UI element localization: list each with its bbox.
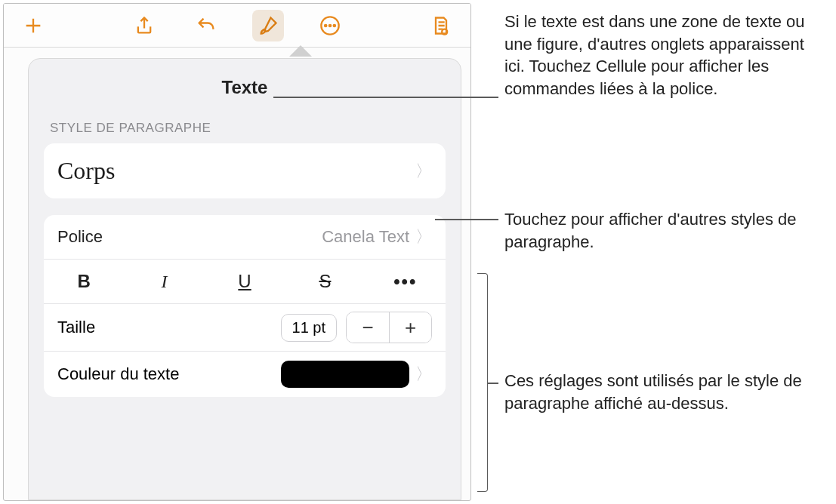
size-value[interactable]: 11 pt (281, 314, 337, 342)
bold-button[interactable]: B (44, 260, 124, 303)
format-button[interactable] (252, 10, 284, 41)
toolbar (4, 4, 470, 48)
text-style-row: B I U S ••• (44, 259, 446, 303)
annotation-settings: Ces réglages sont utilisés par le style … (504, 370, 822, 414)
share-icon (134, 15, 155, 36)
toolbar-left (17, 10, 49, 41)
strikethrough-button[interactable]: S (285, 260, 365, 303)
toolbar-right (425, 10, 457, 41)
panel-title: Texte (44, 77, 446, 98)
callout-line (488, 383, 498, 384)
undo-icon (196, 15, 217, 36)
size-row: Taille 11 pt − + (44, 303, 446, 351)
annotation-styles: Touchez pour afficher d'autres styles de… (504, 208, 822, 253)
annotation-tabs: Si le texte est dans une zone de texte o… (504, 11, 822, 100)
popover-arrow (290, 46, 311, 57)
size-decrease-button[interactable]: − (347, 312, 389, 343)
callout-bracket (477, 273, 488, 492)
size-stepper: − + (346, 312, 432, 343)
share-button[interactable] (128, 10, 160, 41)
format-panel: Texte STYLE DE PARAGRAPHE Corps 〉 Police… (28, 58, 461, 500)
svg-point-3 (334, 24, 335, 26)
font-card: Police Canela Text 〉 B I U S ••• Taille … (44, 215, 446, 397)
font-row[interactable]: Police Canela Text 〉 (44, 215, 446, 259)
undo-button[interactable] (190, 10, 222, 41)
underline-button[interactable]: U (205, 260, 285, 303)
callout-line (435, 219, 498, 220)
plus-icon (23, 15, 44, 36)
text-color-label: Couleur du texte (57, 364, 179, 384)
paragraph-style-card: Corps 〉 (44, 143, 446, 198)
document-icon (430, 15, 452, 36)
app-frame: Texte STYLE DE PARAGRAPHE Corps 〉 Police… (3, 3, 471, 501)
section-label-style: STYLE DE PARAGRAPHE (50, 121, 446, 136)
chevron-right-icon: 〉 (415, 160, 432, 183)
callout-line (273, 97, 498, 98)
italic-button[interactable]: I (124, 260, 204, 303)
chevron-right-icon: 〉 (415, 363, 432, 386)
brush-icon (258, 15, 279, 36)
text-color-row[interactable]: Couleur du texte 〉 (44, 351, 446, 397)
font-label: Police (57, 227, 103, 247)
paragraph-style-row[interactable]: Corps 〉 (44, 143, 446, 198)
color-swatch (281, 361, 409, 388)
svg-point-1 (325, 24, 326, 26)
document-button[interactable] (425, 10, 457, 41)
toolbar-center (128, 10, 346, 41)
size-label: Taille (57, 318, 95, 337)
more-icon (319, 15, 341, 36)
add-button[interactable] (17, 10, 49, 41)
size-increase-button[interactable]: + (389, 312, 431, 343)
font-value: Canela Text (322, 227, 409, 247)
svg-point-2 (329, 24, 331, 26)
text-more-button[interactable]: ••• (366, 260, 446, 303)
paragraph-style-name: Corps (57, 143, 115, 198)
svg-point-4 (442, 29, 447, 34)
chevron-right-icon: 〉 (415, 226, 432, 248)
more-button[interactable] (314, 10, 346, 41)
